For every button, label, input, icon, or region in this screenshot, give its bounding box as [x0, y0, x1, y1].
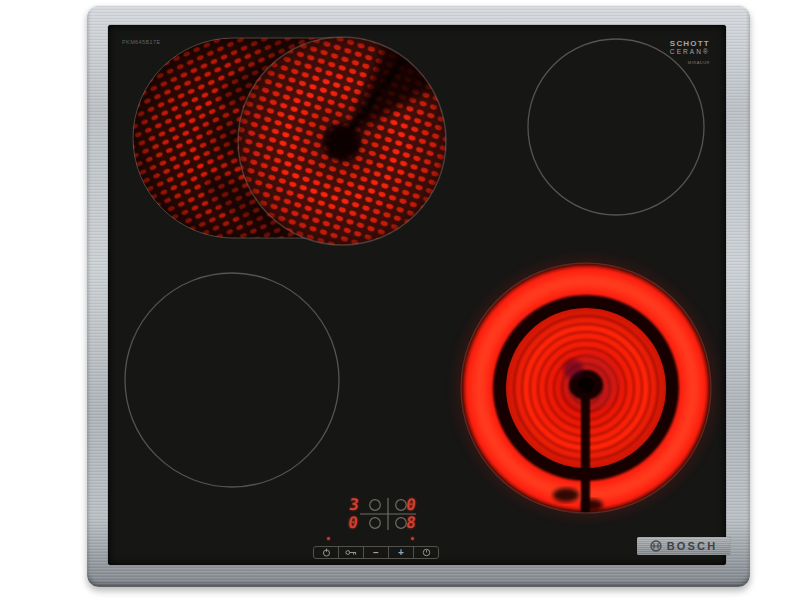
bosch-logo-plate: BOSCH — [637, 537, 730, 555]
bosch-symbol-icon — [650, 540, 662, 552]
touch-control-bar: − + — [313, 546, 439, 559]
zone-back-right — [528, 39, 704, 215]
zone-back-left — [133, 31, 452, 245]
minus-button[interactable]: − — [364, 547, 389, 558]
timer-button[interactable] — [414, 547, 438, 558]
minus-label: − — [373, 548, 379, 557]
ceran-text: CERAN® — [670, 48, 710, 55]
power-indicator-dot — [327, 537, 330, 540]
zone-level-back-right: 0 — [405, 497, 417, 513]
zone-level-front-left: 0 — [347, 515, 359, 531]
zone-level-front-right: 8 — [405, 515, 417, 531]
timer-indicator-dot — [411, 537, 414, 540]
schott-subtext: MIRADUR — [670, 61, 710, 66]
zone-front-left — [125, 273, 339, 487]
schott-text: SCHOTT — [670, 39, 710, 48]
child-lock-button[interactable] — [339, 547, 364, 558]
plus-button[interactable]: + — [389, 547, 414, 558]
plus-label: + — [398, 548, 404, 557]
schott-ceran-logo: SCHOTT CERAN® MIRADUR — [670, 39, 710, 65]
key-icon — [345, 549, 357, 556]
hob-frame: PKM645B17E SCHOTT CERAN® MIRADUR 3 0 0 8 — [87, 5, 750, 587]
power-button[interactable] — [314, 547, 339, 558]
glass-surface: PKM645B17E SCHOTT CERAN® MIRADUR 3 0 0 8 — [108, 25, 726, 565]
bosch-logo: BOSCH — [667, 540, 718, 552]
zone-level-back-left: 3 — [348, 497, 360, 513]
power-icon — [322, 548, 331, 557]
cooktop-zones-graphic — [108, 25, 726, 565]
model-label: PKM645B17E — [122, 39, 161, 45]
timer-icon — [422, 548, 431, 557]
zone-front-right — [458, 260, 714, 516]
